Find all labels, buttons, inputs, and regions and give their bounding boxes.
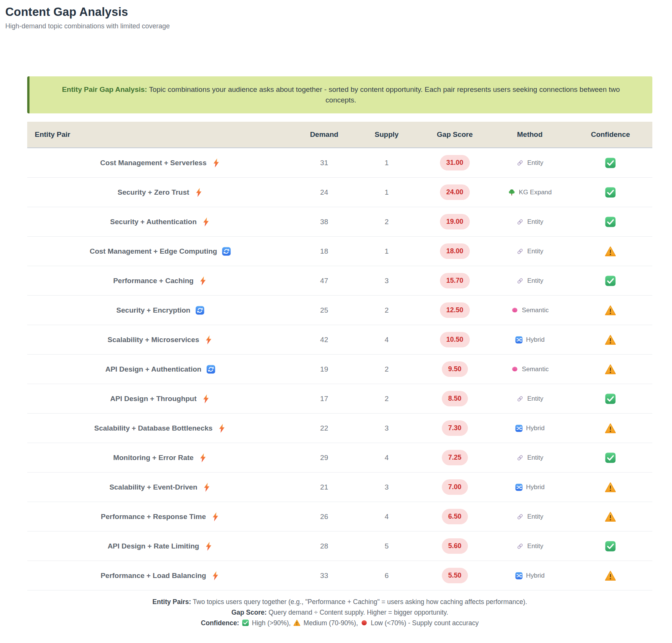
refresh-icon xyxy=(206,364,215,374)
confidence-cell xyxy=(568,393,652,404)
demand-value: 38 xyxy=(294,218,355,226)
method-label: Entity xyxy=(527,513,543,521)
demand-value: 28 xyxy=(294,542,355,550)
gap-score-cell: 5.60 xyxy=(418,538,491,554)
gap-score-badge: 10.50 xyxy=(440,332,470,347)
gap-score-badge: 24.00 xyxy=(440,184,470,200)
entity-pair-cell: Performance + Load Balancing xyxy=(27,571,294,581)
gap-score-cell: 15.70 xyxy=(418,273,491,288)
warning-icon xyxy=(605,570,616,581)
supply-value: 3 xyxy=(355,277,419,285)
table-row: API Design + Throughput 17 2 8.50 Entity xyxy=(27,384,652,414)
confidence-cell xyxy=(568,157,652,169)
method-cell: Entity xyxy=(491,218,568,226)
demand-value: 24 xyxy=(294,188,355,197)
gap-score-cell: 7.30 xyxy=(418,420,491,436)
entity-pair-label: API Design + Authentication xyxy=(105,365,201,373)
method-label: Entity xyxy=(527,395,543,403)
confidence-cell xyxy=(568,246,652,257)
brain-icon xyxy=(511,366,519,373)
info-banner-text: Topic combinations your audience asks ab… xyxy=(149,85,620,104)
check-icon xyxy=(605,275,616,287)
lightning-icon xyxy=(212,158,221,168)
method-cell: Entity xyxy=(491,248,568,255)
entity-pair-label: Security + Encryption xyxy=(116,306,190,315)
lightning-icon xyxy=(204,335,213,345)
table-body: Cost Management + Serverless 31 1 31.00 … xyxy=(27,148,652,590)
gap-score-cell: 31.00 xyxy=(418,155,491,170)
confidence-cell xyxy=(568,511,652,522)
lightning-icon xyxy=(211,512,220,522)
lightning-icon xyxy=(201,394,211,404)
table-row: Scalability + Event-Driven 21 3 7.00 Hyb… xyxy=(27,473,652,502)
shuffle-icon xyxy=(515,572,523,579)
method-label: Entity xyxy=(527,248,543,255)
table-row: Security + Authentication 38 2 19.00 Ent… xyxy=(27,207,652,237)
method-label: Semantic xyxy=(522,307,549,314)
warning-icon xyxy=(605,482,616,493)
table-header: Entity Pair Demand Supply Gap Score Meth… xyxy=(27,122,652,148)
link-icon xyxy=(516,542,524,550)
refresh-icon xyxy=(195,305,204,315)
check-icon xyxy=(605,157,616,169)
table-row: API Design + Rate Limiting 28 5 5.60 Ent… xyxy=(27,531,652,561)
confidence-cell xyxy=(568,187,652,198)
gap-table: Entity Pair Demand Supply Gap Score Meth… xyxy=(27,122,652,590)
entity-pair-label: Security + Authentication xyxy=(110,218,197,226)
supply-value: 1 xyxy=(355,159,419,167)
table-row: Monitoring + Error Rate 29 4 7.25 Entity xyxy=(27,443,652,473)
gap-score-badge: 12.50 xyxy=(440,302,470,318)
legend-gap-score-text: Query demand ÷ Content supply. Higher = … xyxy=(268,609,448,616)
supply-value: 5 xyxy=(355,542,419,550)
entity-pair-cell: Scalability + Microservices xyxy=(27,335,294,345)
column-header-method: Method xyxy=(491,130,568,139)
gap-score-badge: 7.00 xyxy=(442,479,468,495)
entity-pair-label: Performance + Response Time xyxy=(101,513,206,521)
supply-value: 4 xyxy=(355,454,419,462)
demand-value: 17 xyxy=(294,395,355,403)
column-header-gap-score: Gap Score xyxy=(418,130,491,139)
red-circle-icon xyxy=(361,619,368,626)
tree-icon xyxy=(508,189,516,196)
method-cell: Hybrid xyxy=(491,572,568,579)
confidence-cell xyxy=(568,364,652,375)
entity-pair-label: Scalability + Database Bottlenecks xyxy=(94,424,212,432)
supply-value: 6 xyxy=(355,572,419,580)
check-icon xyxy=(605,187,616,198)
entity-pair-label: Performance + Load Balancing xyxy=(101,572,206,580)
check-icon xyxy=(605,452,616,463)
table-row: API Design + Authentication 19 2 9.50 Se… xyxy=(27,355,652,384)
warning-icon xyxy=(605,334,616,346)
legend-entity-pairs-label: Entity Pairs: xyxy=(152,598,191,606)
warning-icon xyxy=(605,246,616,257)
method-label: Hybrid xyxy=(526,336,545,344)
method-cell: Hybrid xyxy=(491,483,568,491)
gap-score-badge: 7.30 xyxy=(442,420,468,436)
method-cell: Hybrid xyxy=(491,425,568,432)
brain-icon xyxy=(511,307,519,314)
gap-score-cell: 19.00 xyxy=(418,214,491,229)
gap-score-cell: 7.25 xyxy=(418,450,491,465)
gap-score-badge: 18.00 xyxy=(440,243,470,259)
entity-pair-cell: Security + Authentication xyxy=(27,217,294,227)
link-icon xyxy=(516,218,524,226)
gap-score-cell: 5.50 xyxy=(418,568,491,583)
demand-value: 25 xyxy=(294,306,355,315)
entity-pair-cell: Cost Management + Edge Computing xyxy=(27,246,294,256)
method-cell: Entity xyxy=(491,159,568,167)
method-cell: Entity xyxy=(491,513,568,521)
entity-pair-cell: API Design + Authentication xyxy=(27,364,294,374)
shuffle-icon xyxy=(515,425,523,432)
gap-score-cell: 24.00 xyxy=(418,184,491,200)
warning-icon xyxy=(605,305,616,316)
entity-pair-label: Scalability + Event-Driven xyxy=(109,483,197,491)
legend-low-text: Low (<70%) - Supply count accuracy xyxy=(371,619,479,627)
lightning-icon xyxy=(202,482,211,492)
supply-value: 3 xyxy=(355,483,419,491)
entity-pair-cell: Monitoring + Error Rate xyxy=(27,453,294,463)
table-row: Security + Encryption 25 2 12.50 Semanti… xyxy=(27,296,652,325)
legend-gap-score-line: Gap Score: Query demand ÷ Content supply… xyxy=(27,607,652,618)
entity-pair-label: Cost Management + Edge Computing xyxy=(90,247,217,256)
demand-value: 29 xyxy=(294,454,355,462)
table-row: Scalability + Microservices 42 4 10.50 H… xyxy=(27,325,652,355)
